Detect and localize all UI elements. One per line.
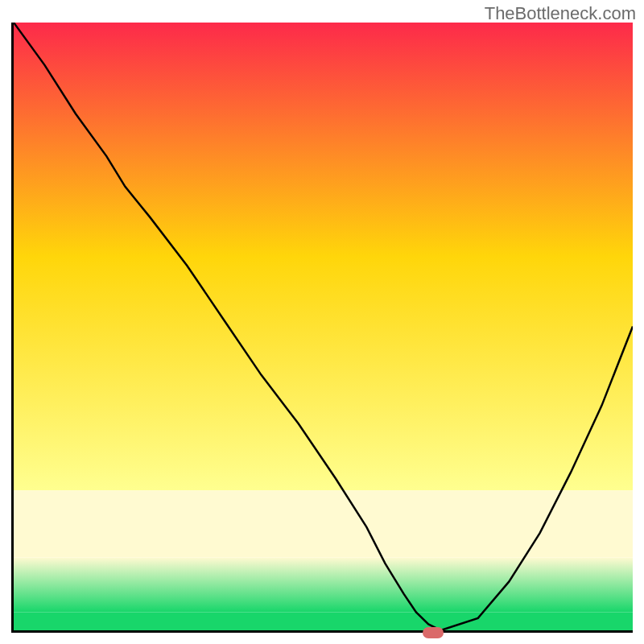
chart-container: TheBottleneck.com [0,0,644,644]
plot-area [11,23,633,633]
green-band [14,612,633,630]
fade-band [14,557,633,612]
plot-svg [14,23,633,630]
gradient-region [14,23,633,490]
optimal-marker [423,627,444,638]
light-band [14,490,633,557]
attribution-label: TheBottleneck.com [485,3,636,24]
